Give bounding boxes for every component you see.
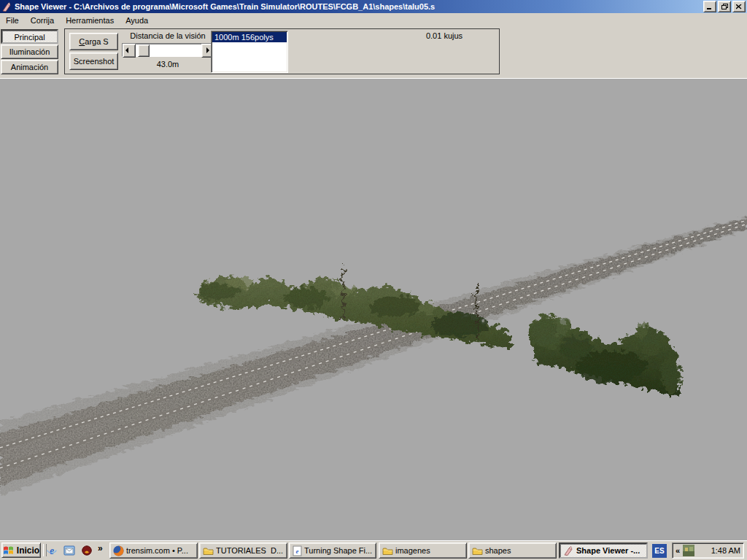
start-label: Inicio [17,545,39,556]
quick-launch-outlook-express[interactable] [63,544,76,557]
taskbar-button-label: shapes [485,546,553,555]
menu-ayuda[interactable]: Ayuda [120,15,154,26]
railway-scene [0,79,747,540]
tray-expand-chevron[interactable]: « [676,546,680,555]
quick-launch-red-app[interactable] [80,544,93,557]
minimize-icon [707,4,713,9]
taskbar-button-label: Shape Viewer -... [576,546,643,555]
slider-track[interactable] [136,44,201,56]
menu-herramientas[interactable]: Herramientas [60,15,120,26]
folder-icon [472,546,483,556]
left-triangle-icon [125,47,128,53]
title-bar[interactable]: Shape Viewer - C:\Archivos de programa\M… [0,0,747,13]
taskbar-clock: 1:48 AM [711,546,740,555]
minimize-button[interactable] [703,1,716,12]
desktop: { "window": { "title": "Shape Viewer - C… [0,0,747,560]
taskbar-button-trensim[interactable]: trensim.com • P... [109,542,198,559]
view-distance-label: Distancia de la visión [120,31,215,40]
tab-animacion[interactable]: Animación [1,60,58,74]
tab-principal[interactable]: Principal [1,29,58,44]
folder-icon [203,546,214,556]
restore-button[interactable] [718,1,731,12]
stat-readout: 0.01 kujus [386,31,503,40]
lod-item-selected[interactable]: 1000m 156polys [212,32,287,42]
menu-bar: File Corrija Herramientas Ayuda [0,13,747,27]
taskbar-button-shapes[interactable]: shapes [468,542,557,559]
outlook-express-icon [63,545,75,556]
svg-text:e: e [50,545,54,556]
html-doc-icon: e [293,545,302,556]
close-button[interactable] [732,1,746,12]
svg-text:e: e [296,548,299,555]
red-app-icon [81,545,93,556]
shape-viewer-icon [563,545,574,556]
viewer-control-panel: Carga S Screenshot Distancia de la visió… [64,28,500,74]
right-triangle-icon [206,47,209,53]
menu-corrija[interactable]: Corrija [25,15,60,26]
windows-flag-icon [3,545,15,556]
folder-icon [382,546,393,556]
close-icon [736,4,742,9]
restore-icon [721,4,728,9]
internet-explorer-icon: e [46,545,58,556]
shape-viewer-icon [1,1,12,12]
load-shape-button[interactable]: Carga S [69,33,118,50]
lod-listbox[interactable]: 1000m 156polys [211,31,288,73]
slider-thumb[interactable] [138,44,150,57]
view-distance-slider[interactable] [122,43,215,57]
system-tray: « 1:48 AM [672,542,744,559]
taskbar-button-imagenes[interactable]: imagenes [379,542,467,559]
taskbar-button-turning-shape[interactable]: e Turning Shape Fi... [289,542,376,559]
slider-left-arrow[interactable] [123,44,136,58]
viewport-3d[interactable] [0,79,747,540]
window-title: Shape Viewer - C:\Archivos de programa\M… [15,0,702,13]
screenshot-button[interactable]: Screenshot [69,52,118,70]
language-indicator[interactable]: ES [652,544,667,558]
start-button[interactable]: Inicio [1,542,41,558]
taskbar-button-shape-viewer[interactable]: Shape Viewer -... [559,542,648,559]
menu-file[interactable]: File [0,15,25,26]
quick-launch-internet-explorer[interactable]: e [45,544,58,557]
quick-launch-overflow-chevron[interactable]: » [98,543,103,553]
taskbar-button-label: TUTORIALES D... [216,546,284,555]
taskbar-button-label: Turning Shape Fi... [304,546,373,555]
taskbar: Inicio e » trensim.com • P... [0,540,747,560]
taskbar-button-label: imagenes [395,546,463,555]
tab-iluminacion[interactable]: Iluminación [1,44,58,59]
firefox-icon [113,545,124,556]
view-distance-value: 43.0m [120,60,215,69]
taskbar-button-tutoriales[interactable]: TUTORIALES D... [199,542,287,559]
tray-app-icon[interactable] [683,545,694,556]
tool-strip: Principal Iluminación Animación Carga S … [0,27,747,79]
taskbar-button-label: trensim.com • P... [126,546,194,555]
